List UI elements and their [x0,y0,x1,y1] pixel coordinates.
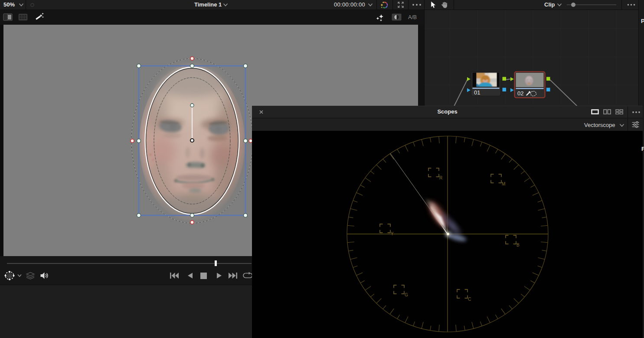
svg-text:G: G [405,292,408,297]
svg-text:01: 01 [474,89,480,96]
svg-text:Y: Y [391,231,394,236]
svg-text:R: R [439,176,442,180]
svg-text:02: 02 [517,90,523,97]
svg-text:M: M [502,182,505,186]
svg-text:B: B [517,243,520,247]
svg-text:C: C [468,297,471,302]
